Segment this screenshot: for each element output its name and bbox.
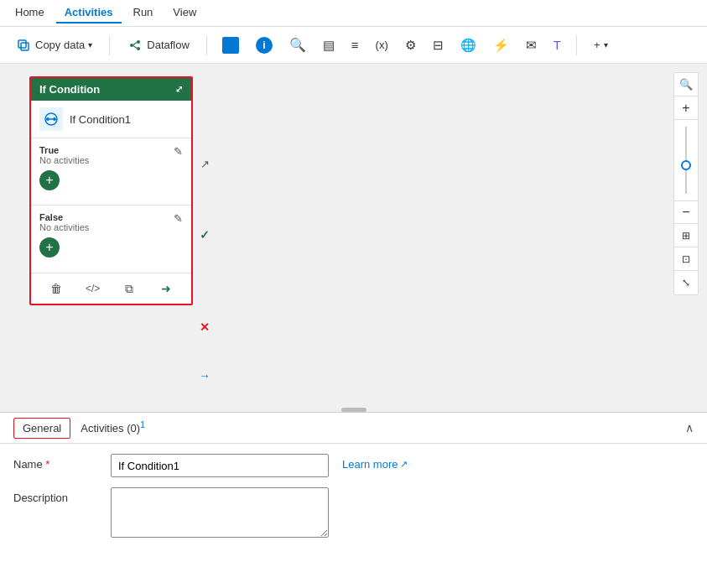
nav-run[interactable]: Run — [125, 3, 162, 23]
expand-icon[interactable]: ⤢ — [175, 84, 183, 95]
copy-data-chevron[interactable]: ▾ — [88, 40, 92, 49]
zoom-thumb[interactable] — [681, 160, 691, 170]
nav-home[interactable]: Home — [7, 3, 53, 23]
svg-line-6 — [133, 45, 137, 48]
false-branch: False No activities ✎ + — [31, 206, 191, 273]
delete-icon[interactable]: 🗑 — [46, 278, 66, 299]
bottom-content: Name * Learn more ↗ Description — [0, 444, 707, 588]
top-nav: Home Activities Run View — [0, 0, 707, 27]
false-sublabel: No activities — [39, 222, 89, 232]
table-icon: ▤ — [323, 38, 335, 53]
teams-icon: T — [554, 38, 561, 52]
false-add-button[interactable]: + — [39, 237, 60, 258]
code-icon[interactable]: </> — [83, 278, 103, 299]
search-icon: 🔍 — [289, 37, 306, 53]
fit-screen-btn[interactable]: ⊞ — [674, 224, 698, 247]
dataflow-icon — [127, 37, 143, 54]
icon-btn-6[interactable]: (x) — [371, 35, 393, 55]
svg-rect-1 — [21, 43, 29, 50]
icon-btn-5[interactable]: ≡ — [346, 34, 364, 55]
separator-3 — [576, 35, 577, 55]
tab-activities[interactable]: Activities (0)1 — [70, 413, 155, 443]
separator-1 — [109, 35, 110, 55]
description-input[interactable] — [111, 487, 329, 538]
zoom-slider — [685, 120, 687, 200]
list-icon: ≡ — [351, 38, 359, 52]
zoom-track — [685, 127, 687, 194]
separator-2 — [206, 35, 207, 55]
side-action-arrow[interactable]: → — [193, 364, 216, 388]
icon-btn-4[interactable]: ▤ — [318, 34, 340, 56]
zoom-controls: 🔍 + − ⊞ ⊡ ⤡ — [673, 72, 699, 295]
icon-btn-10[interactable]: ⚡ — [488, 34, 514, 56]
card-title-row: If Condition1 — [31, 101, 191, 138]
icon-btn-2[interactable]: i — [251, 34, 278, 57]
true-add-button[interactable]: + — [39, 170, 60, 190]
card-header: If Condition ⤢ — [31, 78, 191, 101]
blue-square-icon — [222, 37, 239, 54]
add-chevron[interactable]: ▾ — [604, 40, 608, 49]
learn-more-link[interactable]: Learn more ↗ — [342, 454, 408, 471]
side-action-false[interactable]: ✕ — [193, 315, 216, 339]
icon-btn-1[interactable] — [217, 34, 244, 57]
false-label: False — [39, 212, 89, 222]
mail-icon: ✉ — [526, 38, 537, 53]
dataflow-label: Dataflow — [147, 39, 190, 51]
if-condition-card: If Condition ⤢ If Condition1 — [29, 76, 193, 305]
side-actions-panel: ↗ ✓ ✕ → — [193, 152, 216, 388]
add-button[interactable]: + ▾ — [587, 35, 615, 55]
description-label: Description — [13, 487, 97, 504]
card-title: If Condition — [39, 83, 100, 96]
arrow-icon[interactable]: ➜ — [156, 278, 176, 299]
fit-selection-btn[interactable]: ⊡ — [674, 247, 698, 271]
if-condition-icon — [44, 112, 59, 127]
zoom-out-btn[interactable]: − — [674, 200, 698, 224]
description-row: Description — [13, 487, 694, 538]
nav-view[interactable]: View — [164, 3, 205, 23]
tab-badge: 1 — [140, 419, 145, 429]
true-label: True — [39, 145, 89, 155]
name-input[interactable] — [111, 454, 329, 477]
bottom-panel: General Activities (0)1 ∧ Name * Learn m… — [0, 412, 707, 588]
minimize-btn[interactable]: ⤡ — [674, 271, 698, 294]
false-edit-icon[interactable]: ✎ — [174, 212, 183, 225]
activity-name: If Condition1 — [70, 113, 131, 126]
zoom-in-btn[interactable]: + — [674, 96, 698, 120]
svg-line-5 — [133, 42, 137, 44]
add-label: + — [594, 39, 600, 51]
variable-icon: (x) — [376, 39, 388, 51]
copy-data-button[interactable]: Copy data ▾ — [8, 34, 99, 57]
panel-resize-handle[interactable] — [341, 408, 366, 412]
split-icon: ⊟ — [433, 38, 444, 53]
info-icon: i — [256, 37, 273, 54]
dataflow-button[interactable]: Dataflow — [120, 34, 196, 57]
svg-point-4 — [137, 47, 140, 50]
nav-activities[interactable]: Activities — [56, 3, 122, 23]
true-edit-icon[interactable]: ✎ — [174, 145, 183, 158]
bottom-tabs: General Activities (0)1 ∧ — [0, 413, 707, 444]
side-action-true[interactable]: ✓ — [193, 223, 216, 247]
search-zoom-btn[interactable]: 🔍 — [674, 73, 698, 96]
icon-btn-9[interactable]: 🌐 — [455, 34, 481, 56]
card-footer: 🗑 </> ⧉ ➜ — [31, 273, 191, 304]
icon-btn-8[interactable]: ⊟ — [428, 34, 449, 56]
toolbar: Copy data ▾ Dataflow i 🔍 ▤ ≡ (x) ⚙ ⊟ 🌐 ⚡… — [0, 27, 707, 64]
copy-icon[interactable]: ⧉ — [119, 278, 139, 299]
icon-btn-12[interactable]: T — [548, 34, 566, 55]
icon-btn-7[interactable]: ⚙ — [400, 34, 421, 56]
tab-general[interactable]: General — [13, 418, 70, 439]
copy-data-label: Copy data — [35, 39, 85, 51]
side-action-redirect[interactable]: ↗ — [193, 152, 216, 175]
globe-icon: 🌐 — [460, 38, 476, 53]
svg-point-8 — [46, 117, 49, 121]
activity-icon-box — [39, 107, 63, 131]
name-label: Name * — [13, 454, 97, 471]
collapse-icon[interactable]: ∧ — [685, 421, 694, 434]
main-area: If Condition ⤢ If Condition1 — [0, 64, 707, 412]
icon-btn-3[interactable]: 🔍 — [284, 34, 311, 56]
canvas[interactable]: If Condition ⤢ If Condition1 — [0, 64, 707, 412]
settings-icon: ⚙ — [405, 38, 416, 53]
true-branch: True No activities ✎ + — [31, 138, 191, 206]
svg-rect-0 — [18, 40, 26, 48]
icon-btn-11[interactable]: ✉ — [521, 34, 542, 56]
